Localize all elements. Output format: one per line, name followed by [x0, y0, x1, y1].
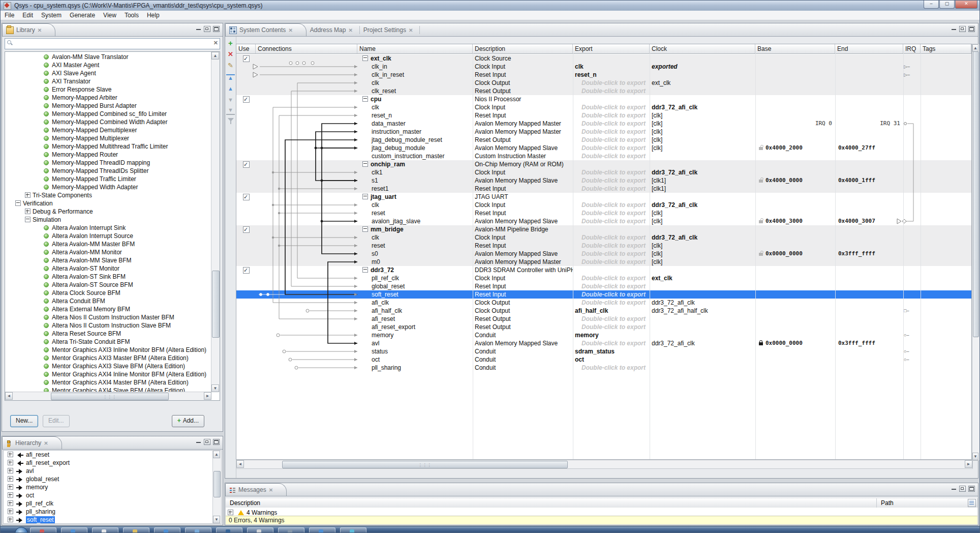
collapse-icon[interactable]: [362, 96, 368, 102]
library-item[interactable]: Memory-Mapped Multithread Traffic Limite…: [5, 142, 211, 151]
export-placeholder[interactable]: Double-click to export: [573, 103, 650, 111]
library-item[interactable]: Mentor Graphics AXI4 Inline Monitor BFM …: [5, 370, 211, 378]
tab-messages[interactable]: Messages ✕: [225, 483, 287, 496]
collapse-icon[interactable]: [362, 55, 368, 61]
scroll-thumb[interactable]: [212, 271, 220, 338]
library-maximize-icon[interactable]: [213, 26, 220, 32]
table-row-ddr3_72[interactable]: ddr3_72DDR3 SDRAM Controller with UniPHY: [236, 266, 971, 274]
export-placeholder[interactable]: Double-click to export: [573, 144, 650, 152]
export-placeholder[interactable]: Double-click to export: [573, 111, 650, 120]
expand-icon[interactable]: [8, 509, 13, 514]
system-float-icon[interactable]: [959, 26, 966, 32]
library-item[interactable]: Memory-Mapped Burst Adapter: [5, 102, 211, 110]
table-row-reset[interactable]: resetReset InputDouble-click to export[c…: [236, 242, 971, 250]
hierarchy-item-afi_reset[interactable]: afi_reset: [4, 451, 213, 459]
export-value[interactable]: afi_half_clk: [573, 307, 650, 315]
library-item[interactable]: Mentor Graphics AXI3 Master BFM (Altera …: [5, 354, 211, 362]
table-row-s1[interactable]: s1Avalon Memory Mapped SlaveDouble-click…: [236, 176, 971, 185]
search-clear-icon[interactable]: ✕: [213, 40, 218, 46]
hierarchy-item-avl[interactable]: avl: [4, 467, 213, 475]
table-vertical-scrollbar[interactable]: ▲ ▼: [972, 44, 980, 461]
use-checkbox[interactable]: [243, 55, 250, 62]
library-item[interactable]: Mentor Graphics AXI4 Master BFM (Altera …: [5, 378, 211, 387]
table-horizontal-scrollbar[interactable]: ◄ ► ⋮⋮⋮: [236, 460, 973, 469]
export-value[interactable]: sdram_status: [573, 347, 650, 356]
library-tab-close-icon[interactable]: ✕: [38, 27, 42, 33]
tab-close-icon[interactable]: ✕: [348, 27, 352, 33]
messages-tab-close-icon[interactable]: ✕: [269, 487, 273, 493]
system-maximize-icon[interactable]: [968, 26, 975, 32]
hierarchy-float-icon[interactable]: [204, 439, 210, 445]
export-placeholder[interactable]: Double-click to export: [573, 209, 650, 217]
export-placeholder[interactable]: Double-click to export: [573, 282, 650, 290]
hierarchy-item-afi_reset_export[interactable]: afi_reset_export: [4, 459, 213, 467]
table-row-pll_sharing[interactable]: pll_sharingConduitDouble-click to export: [236, 364, 971, 372]
edit-icon[interactable]: ✎: [226, 61, 235, 70]
hierarchy-item-global_reset[interactable]: global_reset: [4, 475, 213, 483]
library-item[interactable]: Memory-Mapped Multiplexer: [5, 134, 211, 142]
scroll-up-icon[interactable]: ▲: [211, 52, 219, 60]
library-item[interactable]: Debug & Performance: [5, 208, 211, 216]
collapse-icon[interactable]: [362, 267, 368, 273]
filter-icon[interactable]: [226, 118, 235, 127]
collapse-icon[interactable]: [362, 194, 368, 199]
use-checkbox[interactable]: [243, 267, 250, 274]
add-button[interactable]: +Add...: [172, 415, 204, 427]
expand-icon[interactable]: [8, 517, 13, 522]
table-row-pll_ref_clk[interactable]: pll_ref_clkClock InputDouble-click to ex…: [236, 274, 971, 282]
menu-file[interactable]: File: [1, 11, 18, 20]
library-item[interactable]: Memory-Mapped Arbiter: [5, 94, 211, 102]
export-placeholder[interactable]: Double-click to export: [573, 201, 650, 209]
export-value[interactable]: [573, 160, 650, 168]
table-row-clk[interactable]: clkClock InputDouble-click to exportddr3…: [236, 233, 971, 242]
menu-view[interactable]: View: [99, 11, 120, 20]
export-placeholder[interactable]: Double-click to export: [573, 217, 650, 225]
library-item[interactable]: Altera Avalon-MM Master BFM: [5, 240, 211, 248]
scroll-left-icon[interactable]: ◄: [5, 392, 13, 400]
library-item[interactable]: Altera Tri-State Conduit BFM: [5, 338, 211, 346]
table-row-clk[interactable]: clkClock OutputDouble-click to exportext…: [236, 79, 971, 87]
table-row-memory[interactable]: memoryConduitmemory○‒: [236, 331, 971, 339]
export-placeholder[interactable]: Double-click to export: [573, 233, 650, 242]
expand-icon[interactable]: [8, 460, 13, 465]
scroll-thumb[interactable]: [213, 471, 221, 497]
column-header-end[interactable]: End: [835, 44, 903, 53]
expand-icon[interactable]: [8, 492, 13, 498]
table-row-clk[interactable]: clkClock InputDouble-click to exportddr3…: [236, 201, 971, 209]
table-row-jtag_debug_module_reset[interactable]: jtag_debug_module_resetReset OutputDoubl…: [236, 136, 971, 144]
messages-maximize-icon[interactable]: [968, 486, 975, 492]
export-placeholder[interactable]: Double-click to export: [573, 315, 650, 323]
tab-system-contents[interactable]: System Contents✕: [225, 23, 307, 36]
export-placeholder[interactable]: Double-click to export: [573, 250, 650, 258]
export-placeholder[interactable]: Double-click to export: [573, 290, 650, 299]
library-item[interactable]: Altera Nios II Custom Instruction Slave …: [5, 321, 211, 330]
hierarchy-item-soft_reset[interactable]: soft_reset: [4, 516, 213, 524]
column-header-tags[interactable]: Tags: [921, 44, 971, 53]
scroll-down-icon[interactable]: ▼: [972, 453, 978, 460]
use-checkbox[interactable]: [243, 226, 250, 233]
expand-icon[interactable]: [8, 500, 13, 506]
library-item[interactable]: AXI Master Agent: [5, 61, 211, 69]
table-row-avl[interactable]: avlAvalon Memory Mapped SlaveDouble-clic…: [236, 339, 971, 347]
table-row-data_master[interactable]: data_masterAvalon Memory Mapped MasterDo…: [236, 120, 971, 128]
export-value[interactable]: [573, 225, 650, 233]
library-item[interactable]: Error Response Slave: [5, 85, 211, 94]
library-item[interactable]: Memory-Mapped Router: [5, 151, 211, 159]
add-icon[interactable]: +: [226, 39, 235, 48]
collapse-icon[interactable]: [362, 161, 368, 167]
library-item[interactable]: Altera Avalon-ST Source BFM: [5, 281, 211, 289]
library-item[interactable]: AXI Slave Agent: [5, 69, 211, 77]
table-row-instruction_master[interactable]: instruction_masterAvalon Memory Mapped M…: [236, 128, 971, 136]
library-item[interactable]: Mentor Graphics AXI3 Slave BFM (Altera E…: [5, 362, 211, 370]
taskbar-button[interactable]: [30, 527, 56, 532]
column-header-export[interactable]: Export: [573, 44, 650, 53]
taskbar-button[interactable]: [340, 527, 366, 532]
tab-project-settings[interactable]: Project Settings✕: [360, 24, 420, 36]
scroll-up-icon[interactable]: ▲: [972, 44, 978, 52]
taskbar-button[interactable]: [278, 527, 304, 532]
export-placeholder[interactable]: Double-click to export: [573, 79, 650, 87]
lock-open-icon[interactable]: [759, 220, 763, 223]
close-button[interactable]: ✕: [955, 1, 977, 9]
warnings-row[interactable]: 4 Warnings: [226, 508, 977, 516]
library-item[interactable]: Altera Nios II Custom Instruction Master…: [5, 313, 211, 321]
